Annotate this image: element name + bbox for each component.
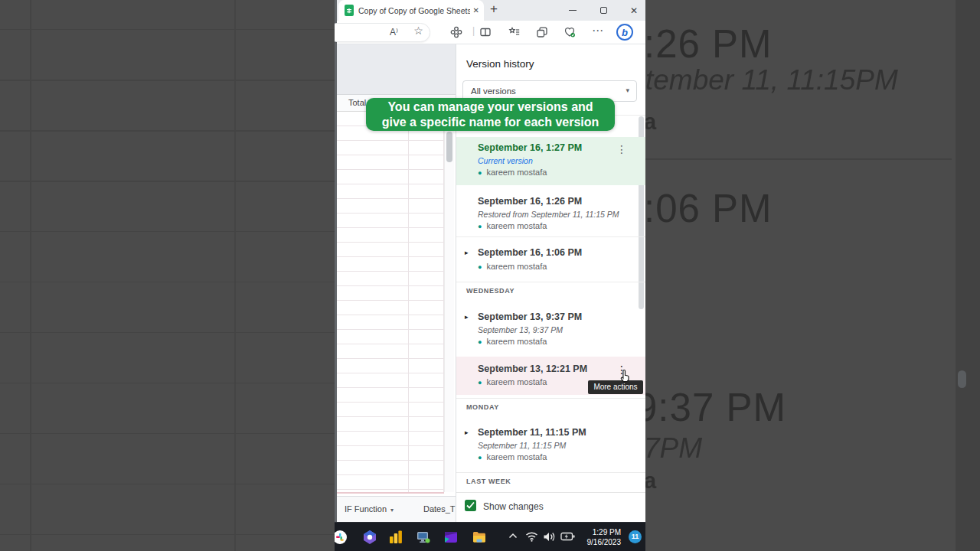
expand-arrow-icon[interactable]: ▸ [465,429,469,436]
more-actions-tooltip: More actions [588,380,643,394]
extensions-icon[interactable] [450,26,463,39]
taskbar-clock[interactable]: 1:29 PM 9/16/2023 [573,527,621,547]
version-author: ●kareem mostafa [478,452,547,461]
panel-title: Version history [466,58,534,70]
tab-groups-icon[interactable] [536,26,549,39]
version-row[interactable]: ▸ September 11, 11:15 PM September 11, 1… [456,422,645,465]
sheet-tab-label: IF Function [345,504,387,514]
caption-line1: You can manage your versions and [387,99,593,115]
minimize-button[interactable] [563,0,583,21]
author-name: kareem mostafa [486,452,547,461]
file-explorer-icon[interactable] [472,530,487,545]
author-dot-icon: ● [478,263,482,271]
bing-icon[interactable]: b [616,24,633,41]
group-header: WEDNESDAY [466,287,514,295]
split-screen-icon[interactable] [479,26,492,39]
background-text-fragment: a [644,109,656,135]
version-title: September 13, 12:21 PM [478,364,587,374]
version-subtitle: September 11, 11:15 PM [478,441,566,450]
version-author: ●kareem mostafa [478,262,547,271]
panel-divider [456,236,645,237]
show-changes-checkbox[interactable] [465,500,476,511]
favorite-star-icon[interactable]: ☆ [412,24,425,37]
background-text-time: 9:37 PM [635,385,786,430]
version-title: September 16, 1:06 PM [478,247,582,258]
author-name: kareem mostafa [486,168,547,177]
screenshot-stage: :26 PM tember 11, 11:15PM a :06 PM 9:37 … [0,0,980,551]
background-gridline [234,0,236,551]
google-sheets-icon [345,5,354,16]
version-row[interactable]: ▸ September 13, 9:37 PM September 13, 9:… [456,307,645,350]
version-subtitle: Restored from September 11, 11:15 PM [478,210,619,219]
volume-icon[interactable] [543,531,558,546]
new-tab-button[interactable]: + [490,2,498,17]
version-author: ●kareem mostafa [478,377,547,386]
close-window-button[interactable]: ✕ [624,0,644,21]
sheet-grid[interactable] [337,112,444,492]
dropdown-value: All versions [471,86,516,96]
caption-overlay: You can manage your versions and give a … [366,98,615,131]
sheet-scrollbar[interactable] [444,112,454,492]
taskbar-date: 9/16/2023 [573,537,621,547]
settings-more-icon[interactable]: ⋯ [591,24,604,37]
hand-cursor-icon [619,369,632,386]
expand-arrow-icon[interactable]: ▸ [465,249,469,256]
version-title: September 11, 11:15 PM [478,427,586,438]
version-row[interactable]: September 16, 1:26 PM Restored from Sept… [456,190,645,234]
notification-badge[interactable]: 11 [629,530,642,543]
tab-title: Copy of Copy of Google Sheets / [358,6,470,15]
maximize-button[interactable] [593,0,613,21]
video-editor-icon[interactable] [443,530,459,545]
sheet-scrollbar-thumb[interactable] [446,132,452,162]
background-text-time: :06 PM [644,186,773,231]
microsoft-365-icon[interactable] [362,530,377,545]
version-author: ●kareem mostafa [478,221,547,230]
expand-arrow-icon[interactable]: ▸ [465,313,469,321]
browser-essentials-icon[interactable] [564,26,577,39]
panel-divider [456,472,645,473]
version-row[interactable]: ▸ September 16, 1:06 PM ●kareem mostafa [456,242,645,276]
background-scrollbar-thumb [958,370,966,388]
sheet-changed-row-line [337,492,444,494]
version-title: September 16, 1:27 PM [478,142,582,153]
caption-line2: give a specific name for each version [382,115,599,130]
background-right-strip [956,0,980,551]
bar-chart-app-icon[interactable] [388,530,403,545]
author-name: kareem mostafa [486,221,547,230]
wifi-icon[interactable] [525,531,541,546]
toolbar-divider: | [467,25,480,38]
read-aloud-icon[interactable]: A⁾ [387,27,400,40]
version-subtitle: September 13, 9:37 PM [478,325,563,334]
more-actions-icon[interactable]: ⋮ [616,143,628,155]
browser-toolbar: A⁾ ☆ | [337,21,645,44]
version-subtitle: Current version [478,156,533,165]
panel-divider [456,282,645,282]
panel-bottom-bar: Show changes [456,492,645,522]
sheet-tab-dates[interactable]: Dates_T [423,504,456,514]
sheet-header-area [337,44,456,95]
minimize-icon [569,10,577,11]
author-name: kareem mostafa [486,337,547,346]
version-row-current[interactable]: September 16, 1:27 PM Current version ●k… [456,137,645,185]
tab-close-icon[interactable]: ✕ [473,6,479,15]
taskbar-time: 1:29 PM [573,527,621,537]
slack-icon[interactable] [335,530,348,545]
sheet-tab-if-function[interactable]: IF Function▾ [345,504,394,514]
panel-divider [456,398,645,399]
chevron-up-icon[interactable] [508,532,523,547]
windows-taskbar: 1:29 PM 9/16/2023 11 [335,522,645,551]
browser-tab[interactable]: Copy of Copy of Google Sheets / ✕ [338,0,484,21]
system-monitor-icon[interactable] [416,530,431,545]
version-title: September 13, 9:37 PM [478,311,582,322]
sheet-tab-caret-icon[interactable]: ▾ [390,507,394,514]
background-gridline [30,0,31,551]
version-author: ●kareem mostafa [478,337,547,346]
maximize-icon [600,7,607,14]
browser-tab-bar: Copy of Copy of Google Sheets / ✕ + ✕ [337,0,645,21]
version-title: September 16, 1:26 PM [478,196,582,207]
background-divider [645,158,952,160]
video-frame: Copy of Copy of Google Sheets / ✕ + ✕ A⁾… [335,0,645,551]
version-author: ●kareem mostafa [478,168,547,177]
favorites-list-icon[interactable] [508,26,521,39]
author-dot-icon: ● [478,338,482,346]
